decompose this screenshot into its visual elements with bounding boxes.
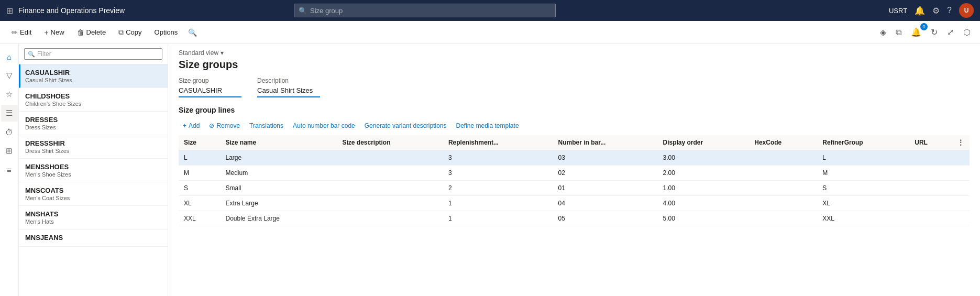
user-label: USRT [889,7,907,15]
toolbar-notification[interactable]: 🔔 0 [908,25,924,39]
filter-input[interactable] [37,50,159,58]
user-avatar[interactable]: U [959,3,974,18]
remove-button[interactable]: ⊘ Remove [205,119,244,132]
description-label: Description [257,77,320,84]
settings-icon[interactable]: ⚙ [932,6,940,16]
list-item[interactable]: MNSHATS Men's Hats [19,206,168,229]
description-value[interactable]: Casual Shirt Sizes [257,85,320,97]
cell-size: L [179,150,221,166]
view-selector[interactable]: Standard view ▾ [168,44,980,57]
filter-nav-icon[interactable]: ▽ [1,67,18,84]
table-row[interactable]: M Medium 3 02 2.00 M [179,166,970,181]
list-item-title: CHILDSHOES [25,92,161,100]
list-item[interactable]: MNSCOATS Men's Coat Sizes [19,182,168,206]
edit-button[interactable]: ✏ Edit [6,25,37,40]
refresh-icon[interactable]: ↻ [928,25,941,39]
table-row[interactable]: XL Extra Large 1 04 4.00 XL [179,196,970,211]
size-group-value[interactable]: CASUALSHIR [179,85,241,97]
open-new-tab-icon[interactable]: ⧉ [893,26,905,39]
cell-hexcode [749,196,817,211]
command-bar: ✏ Edit + New 🗑 Delete ⧉ Copy Options 🔍 ◈… [0,21,980,44]
list-item-title: MENSSHOES [25,163,161,171]
cell-size-name: Large [221,150,337,166]
menu-nav-icon[interactable]: ☰ [1,105,18,122]
col-number-bar: Number in bar... [553,135,658,150]
list-item[interactable]: MNSJEANS [19,229,168,247]
main-layout: ⌂ ▽ ☆ ☰ ⏱ ⊞ ≡ 🔍 CASUALSHIR Casual Shirt … [0,44,980,296]
list-item[interactable]: DRESSSHIR Dress Shirt Sizes [19,135,168,159]
page-title: Size groups [168,57,980,77]
col-size: Size [179,135,221,150]
list-item-subtitle: Dress Sizes [25,124,161,130]
define-media-button[interactable]: Define media template [452,119,523,132]
personalize-icon[interactable]: ◈ [877,25,889,39]
cell-url [909,166,952,181]
list-filter-area: 🔍 [19,44,168,64]
add-button[interactable]: + Add [179,119,204,132]
notification-area[interactable]: 🔔 [915,6,925,16]
cell-refiner: L [817,150,909,166]
col-more: ⋮ [952,135,970,150]
list-item[interactable]: MENSSHOES Men's Shoe Sizes [19,159,168,182]
cell-replenishment: 2 [443,181,553,196]
cell-refiner: S [817,181,909,196]
generate-variants-button[interactable]: Generate variant descriptions [360,119,451,132]
cell-number-bar: 02 [553,166,658,181]
cell-number-bar: 01 [553,181,658,196]
cell-size: S [179,181,221,196]
cell-size-desc [337,166,443,181]
copy-button[interactable]: ⧉ Copy [113,25,147,40]
more-options-icon[interactable]: ⋮ [957,138,964,147]
top-nav-right: USRT 🔔 ⚙ ? U [889,3,974,18]
notification-count: 0 [920,23,928,30]
list-item-subtitle: Dress Shirt Sizes [25,148,161,154]
table-row[interactable]: S Small 2 01 1.00 S [179,181,970,196]
list-panel: 🔍 CASUALSHIR Casual Shirt Sizes CHILDSHO… [19,44,168,296]
translations-button[interactable]: Translations [245,119,288,132]
size-group-label: Size group [179,77,241,84]
top-nav: ⊞ Finance and Operations Preview 🔍 USRT … [0,0,980,21]
view-label: Standard view [179,49,218,57]
cell-size-desc [337,196,443,211]
bell-icon[interactable]: 🔔 [915,6,925,15]
list-item[interactable]: DRESSES Dress Sizes [19,112,168,135]
col-size-name: Size name [221,135,337,150]
cell-hexcode [749,166,817,181]
grid-section-title: Size group lines [179,106,970,114]
col-size-desc: Size description [337,135,443,150]
table-row[interactable]: L Large 3 03 3.00 L [179,150,970,166]
grid-menu-icon[interactable]: ⊞ [6,6,13,16]
list-item[interactable]: CASUALSHIR Casual Shirt Sizes [19,64,168,88]
table-row[interactable]: XXL Double Extra Large 1 05 5.00 XXL [179,211,970,226]
search-input[interactable] [310,7,551,15]
expand-icon[interactable]: ⤢ [944,25,957,39]
cell-size: XL [179,196,221,211]
list-item-subtitle: Children's Shoe Sizes [25,101,161,107]
add-icon: + [183,122,186,129]
options-button[interactable]: Options [149,25,183,39]
modules-nav-icon[interactable]: ≡ [1,161,18,178]
filter-search-icon: 🔍 [28,51,35,58]
help-icon[interactable]: ? [947,6,952,15]
filter-input-wrap[interactable]: 🔍 [24,48,162,60]
favorites-nav-icon[interactable]: ☆ [1,86,18,103]
cell-size-name: Double Extra Large [221,211,337,226]
delete-button[interactable]: 🗑 Delete [72,25,112,40]
home-nav-icon[interactable]: ⌂ [1,48,18,65]
chevron-down-icon: ▾ [221,49,224,57]
delete-icon: 🗑 [77,28,84,37]
workspace-nav-icon[interactable]: ⊞ [1,142,18,159]
auto-number-button[interactable]: Auto number bar code [289,119,359,132]
list-item[interactable]: CHILDSHOES Children's Shoe Sizes [19,88,168,112]
recent-nav-icon[interactable]: ⏱ [1,124,18,140]
cell-display-order: 1.00 [658,181,750,196]
new-button[interactable]: + New [39,25,69,40]
cell-size: M [179,166,221,181]
cell-number-bar: 03 [553,150,658,166]
list-item-subtitle: Men's Shoe Sizes [25,171,161,178]
app-title: Finance and Operations Preview [18,6,125,15]
command-search-icon[interactable]: 🔍 [185,25,200,40]
cell-hexcode [749,211,817,226]
detach-icon[interactable]: ⬡ [960,25,974,39]
global-search-box[interactable]: 🔍 [294,4,556,17]
